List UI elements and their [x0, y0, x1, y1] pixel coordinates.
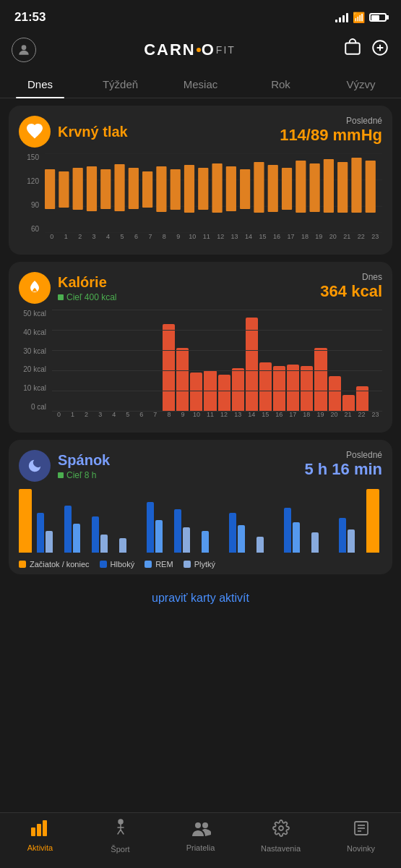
sleep-bar-group-11: [311, 532, 337, 553]
svg-point-37: [279, 826, 283, 830]
tab-tyzden[interactable]: Týždeň: [80, 71, 160, 98]
legend-color-rem: [145, 561, 152, 568]
cal-bar-col-4: [108, 310, 120, 411]
cal-bars-area: [52, 310, 382, 411]
cal-bar-col-12: [218, 310, 230, 411]
cal-bar-17: [287, 365, 299, 411]
bp-value: 114/89 mmHg: [280, 126, 382, 145]
cal-bar-13: [232, 368, 244, 411]
svg-rect-16: [171, 169, 181, 210]
edit-activities-button[interactable]: upraviť karty aktivít: [0, 582, 401, 612]
cal-bar-10: [190, 373, 202, 411]
calories-card: Kalórie Cieľ 400 kcal Dnes 364 kcal 50 k…: [9, 262, 392, 433]
sleep-bars-area: [19, 488, 382, 553]
settings-icon: [272, 820, 290, 841]
svg-rect-23: [268, 165, 278, 212]
sleep-card: Spánok Cieľ 8 h Posledné 5 h 16 min: [9, 440, 392, 574]
battery-icon: [369, 13, 387, 22]
sleep-last-label: Posledné: [304, 450, 382, 460]
svg-rect-29: [351, 158, 361, 213]
legend-rem: REM: [145, 560, 173, 569]
cal-bar-18: [301, 366, 313, 411]
status-time: 21:53: [14, 10, 46, 25]
sleep-bar-group-1: [37, 513, 62, 553]
bp-chart: 150 120 90 60: [19, 153, 382, 247]
friends-icon: [191, 820, 211, 841]
legend-color-deep: [100, 561, 107, 568]
cal-bar-22: [356, 386, 368, 411]
cal-bar-col-17: [287, 310, 299, 411]
svg-rect-30: [366, 161, 376, 213]
cal-bar-14: [246, 318, 258, 411]
status-bar: 21:53 📶: [0, 0, 401, 32]
sleep-bar-group-start: [19, 489, 35, 553]
activity-icon: [31, 820, 50, 841]
legend-light: Plytký: [184, 560, 215, 569]
sleep-value-col: Posledné 5 h 16 min: [304, 450, 382, 479]
nav-priatelia[interactable]: Priatelia: [160, 820, 241, 852]
cal-bar-16: [273, 366, 285, 411]
cal-today-label: Dnes: [320, 272, 382, 282]
cal-bar-20: [329, 376, 341, 411]
sleep-bar-group-7: [202, 531, 227, 553]
sleep-icon: [19, 450, 51, 482]
cal-bar-col-9: [176, 310, 189, 411]
news-icon: [353, 820, 369, 841]
sleep-bar-group-10: [284, 508, 309, 553]
cal-bar-col-16: [273, 310, 285, 411]
cal-bar-col-13: [232, 310, 244, 411]
cal-bar-col-3: [93, 310, 105, 411]
tab-rok[interactable]: Rok: [241, 71, 321, 98]
main-content: Krvný tlak Posledné 114/89 mmHg 150 120 …: [0, 106, 401, 677]
svg-point-0: [22, 45, 27, 50]
tab-vyzvy[interactable]: Výzvy: [321, 71, 401, 98]
nav-novinky[interactable]: Novinky: [321, 820, 401, 853]
nav-priatelia-label: Priatelia: [186, 843, 215, 852]
cal-value-col: Dnes 364 kcal: [320, 272, 382, 301]
svg-rect-17: [184, 165, 194, 213]
svg-rect-31: [31, 827, 35, 836]
tab-mesiac[interactable]: Mesiac: [160, 71, 241, 98]
sleep-title-row: Spánok Cieľ 8 h: [19, 450, 110, 482]
cal-bar-col-8: [163, 310, 175, 411]
legend-start-end: Začiatok / koniec: [19, 560, 90, 569]
nav-sport-label: Šport: [111, 845, 129, 854]
cal-bar-21: [342, 395, 355, 411]
cal-bar-12: [218, 375, 230, 411]
cal-card-header: Kalórie Cieľ 400 kcal Dnes 364 kcal: [19, 272, 382, 304]
legend-deep: Hlboký: [100, 560, 135, 569]
cal-bar-col-5: [121, 310, 134, 411]
svg-rect-22: [254, 162, 264, 213]
cal-chart: 50 kcal 40 kcal 30 kcal 20 kcal 10 kcal …: [19, 310, 382, 425]
bottom-nav: Aktivita Šport Priatelia: [0, 812, 401, 868]
bp-last-label: Posledné: [280, 116, 382, 126]
bp-svg: [45, 153, 382, 233]
svg-point-35: [195, 822, 201, 828]
svg-rect-24: [282, 168, 292, 210]
sleep-goal: Cieľ 8 h: [58, 470, 110, 480]
scale-icon[interactable]: [343, 38, 362, 61]
cal-title-text: Kalórie Cieľ 400 kcal: [58, 274, 117, 302]
nav-aktivita[interactable]: Aktivita: [0, 820, 80, 852]
svg-rect-1: [345, 43, 360, 54]
cal-x-axis: 0 1 2 3 4 5 6 7 8 9 10 11 12 13 14 15 16…: [52, 411, 382, 425]
cal-bar-col-11: [204, 310, 216, 411]
sleep-bar-group-8: [229, 513, 254, 553]
sleep-bar-group-3: [92, 516, 117, 553]
svg-rect-33: [43, 820, 47, 836]
bp-title: Krvný tlak: [58, 124, 128, 140]
bp-value-col: Posledné 114/89 mmHg: [280, 116, 382, 145]
cal-bar-col-14: [246, 310, 258, 411]
nav-aktivita-label: Aktivita: [27, 843, 53, 852]
cal-icon: [19, 272, 51, 304]
nav-nastavenia[interactable]: Nastavenia: [241, 820, 321, 853]
sleep-bar-group-5: [147, 502, 172, 553]
cal-bar-col-1: [66, 310, 78, 411]
add-activity-icon[interactable]: [371, 38, 389, 61]
legend-color-light: [184, 561, 191, 568]
nav-sport[interactable]: Šport: [80, 819, 160, 854]
nav-nastavenia-label: Nastavenia: [261, 844, 301, 853]
tab-dnes[interactable]: Dnes: [0, 71, 80, 98]
avatar[interactable]: [12, 38, 36, 62]
svg-rect-7: [45, 169, 55, 209]
